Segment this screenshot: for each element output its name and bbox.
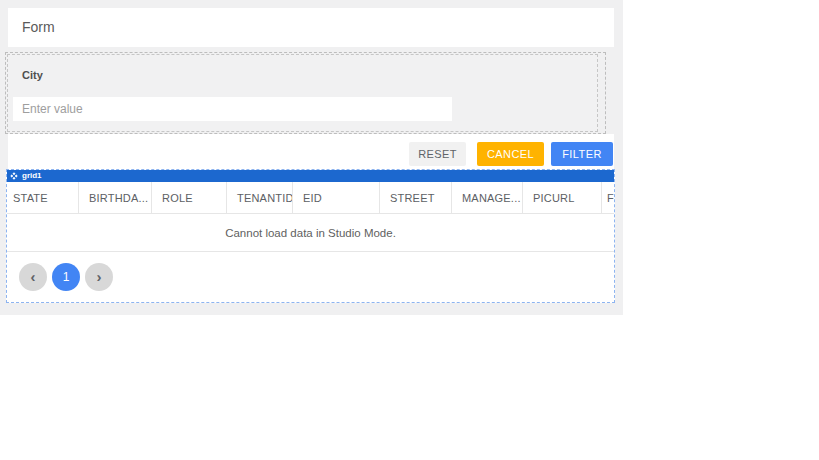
column-header-clipped: F: [602, 182, 614, 213]
reset-button[interactable]: RESET: [409, 142, 466, 166]
column-header-street: STREET: [380, 182, 452, 213]
form-footer: RESET CANCEL FILTER: [8, 134, 614, 170]
column-header-tenantid: TENANTID: [227, 182, 293, 213]
pagination-page-1[interactable]: 1: [52, 263, 80, 291]
column-header-birthday: BIRTHDA...: [79, 182, 152, 213]
column-header-eid: EID: [293, 182, 380, 213]
city-field-label: City: [22, 69, 43, 81]
form-body-canvas[interactable]: City: [5, 52, 606, 134]
pagination-next-button[interactable]: ›: [85, 263, 113, 291]
city-input[interactable]: [13, 97, 452, 121]
column-header-state: STATE: [7, 182, 79, 213]
column-header-role: ROLE: [152, 182, 227, 213]
column-header-picurl: PICURL: [523, 182, 602, 213]
form-title: Form: [8, 8, 614, 47]
pagination-prev-button[interactable]: ‹: [19, 263, 47, 291]
chevron-right-icon: ›: [97, 269, 102, 284]
column-header-manager: MANAGE...: [452, 182, 523, 213]
move-icon: [10, 172, 18, 180]
grid-widget[interactable]: grid1 STATE BIRTHDA... ROLE TENANTID EID…: [6, 169, 615, 303]
chevron-left-icon: ‹: [31, 269, 36, 284]
cancel-button[interactable]: CANCEL: [477, 142, 544, 166]
filter-button[interactable]: FILTER: [551, 142, 613, 166]
form-header-card: Form: [8, 8, 614, 47]
grid-widget-handle[interactable]: grid1: [7, 170, 614, 182]
grid-empty-message: Cannot load data in Studio Mode.: [7, 214, 614, 252]
studio-canvas: Form City RESET CANCEL FILTER grid1 STAT…: [0, 0, 623, 315]
grid-pagination: ‹ 1 ›: [7, 252, 614, 302]
grid-header-row: STATE BIRTHDA... ROLE TENANTID EID STREE…: [7, 182, 614, 214]
field-container[interactable]: City: [7, 54, 598, 132]
grid-widget-label: grid1: [22, 172, 42, 180]
